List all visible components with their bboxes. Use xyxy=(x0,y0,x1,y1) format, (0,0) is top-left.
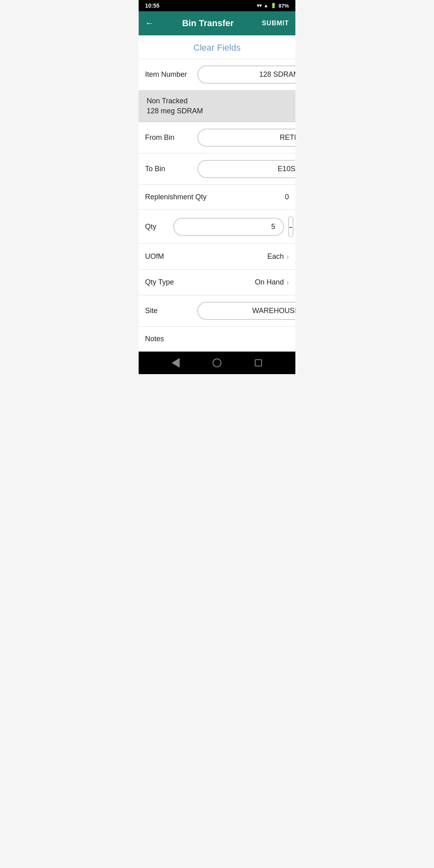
page-title: Bin Transfer xyxy=(182,18,233,29)
back-button[interactable]: ← xyxy=(145,18,154,29)
clear-fields-row: Clear Fields xyxy=(139,35,295,59)
to-bin-label: To Bin xyxy=(145,165,197,173)
replenishment-qty-value: 0 xyxy=(285,193,289,201)
signal-icon: ▲ xyxy=(264,3,268,8)
from-bin-input[interactable] xyxy=(197,129,295,147)
info-line2: 128 meg SDRAM xyxy=(147,107,287,115)
notes-row: Notes xyxy=(139,327,295,352)
nav-home-icon xyxy=(213,358,221,367)
qty-type-value-wrap[interactable]: On Hand › xyxy=(255,278,289,287)
qty-type-label: Qty Type xyxy=(145,278,174,287)
battery-percent: 87% xyxy=(278,3,289,9)
info-box: Non Tracked 128 meg SDRAM xyxy=(139,90,295,122)
nav-back-icon xyxy=(172,358,180,368)
nav-home-button[interactable] xyxy=(208,354,226,372)
battery-icon: 🔋 xyxy=(270,3,276,8)
from-bin-label: From Bin xyxy=(145,133,197,142)
replenishment-qty-label: Replenishment Qty xyxy=(145,193,207,201)
nav-recents-icon xyxy=(255,359,262,366)
replenishment-qty-row: Replenishment Qty 0 xyxy=(139,185,295,210)
qty-label: Qty xyxy=(145,223,169,231)
item-number-input[interactable] xyxy=(197,66,295,84)
wifi-icon: ▾▾ xyxy=(257,3,262,8)
from-bin-row: From Bin › xyxy=(139,122,295,154)
submit-button[interactable]: SUBMIT xyxy=(262,20,289,27)
item-number-row: Item Number › xyxy=(139,59,295,90)
clear-fields-button[interactable]: Clear Fields xyxy=(193,43,240,53)
uofm-value-wrap[interactable]: Each › xyxy=(267,252,289,261)
site-input-wrap: › xyxy=(197,302,295,320)
uofm-value: Each xyxy=(267,252,284,261)
main-content: Clear Fields Item Number › Non Tracked 1… xyxy=(139,35,295,352)
status-icons: ▾▾ ▲ 🔋 87% xyxy=(257,3,289,9)
qty-decrement-button[interactable]: - xyxy=(288,216,293,237)
qty-input[interactable] xyxy=(173,218,284,236)
site-input[interactable] xyxy=(197,302,295,320)
nav-back-button[interactable] xyxy=(167,354,184,372)
qty-type-row: Qty Type On Hand › xyxy=(139,270,295,295)
uofm-chevron[interactable]: › xyxy=(286,252,289,261)
app-bar: ← Bin Transfer SUBMIT xyxy=(139,11,295,35)
status-bar: 10:55 ▾▾ ▲ 🔋 87% xyxy=(139,0,295,11)
qty-type-value: On Hand xyxy=(255,278,284,287)
status-time: 10:55 xyxy=(145,2,160,9)
uofm-label: UOfM xyxy=(145,252,164,261)
item-number-label: Item Number xyxy=(145,70,197,79)
site-label: Site xyxy=(145,307,197,315)
to-bin-row: To Bin › xyxy=(139,154,295,185)
to-bin-input[interactable] xyxy=(197,160,295,178)
info-line1: Non Tracked xyxy=(147,97,287,105)
site-row: Site › xyxy=(139,295,295,327)
nav-recents-button[interactable] xyxy=(250,354,267,372)
to-bin-input-wrap: › xyxy=(197,160,295,178)
qty-type-chevron[interactable]: › xyxy=(286,278,289,287)
from-bin-input-wrap: › xyxy=(197,129,295,147)
uofm-row: UOfM Each › xyxy=(139,244,295,270)
item-number-input-wrap: › xyxy=(197,66,295,84)
nav-bar xyxy=(139,352,295,374)
qty-stepper-row: Qty - + xyxy=(139,210,295,244)
notes-label: Notes xyxy=(145,335,164,343)
